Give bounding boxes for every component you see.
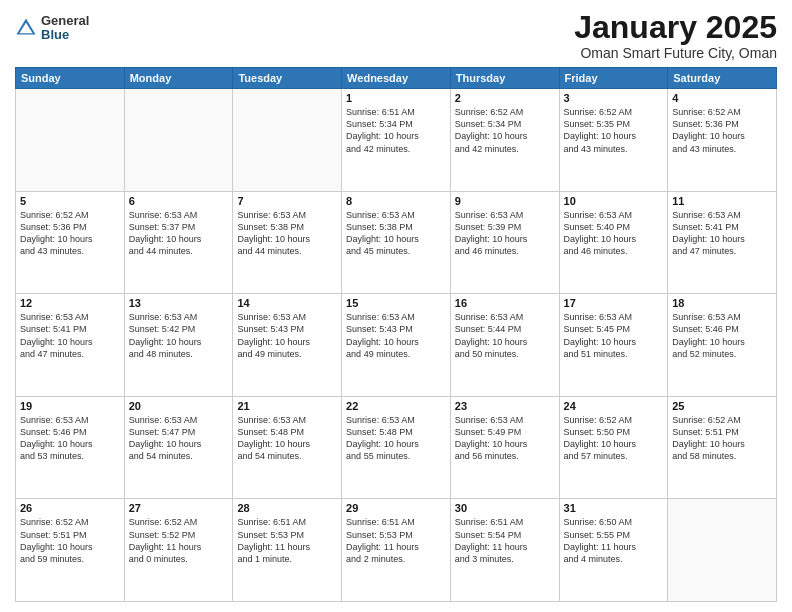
day-info: Sunrise: 6:53 AMSunset: 5:44 PMDaylight:… — [455, 311, 555, 360]
day-info: Sunrise: 6:51 AMSunset: 5:34 PMDaylight:… — [346, 106, 446, 155]
day-number: 3 — [564, 92, 664, 104]
day-number: 20 — [129, 400, 229, 412]
calendar-week-row: 1Sunrise: 6:51 AMSunset: 5:34 PMDaylight… — [16, 89, 777, 192]
calendar-cell: 4Sunrise: 6:52 AMSunset: 5:36 PMDaylight… — [668, 89, 777, 192]
calendar-title: January 2025 — [574, 10, 777, 45]
day-number: 12 — [20, 297, 120, 309]
day-info: Sunrise: 6:51 AMSunset: 5:54 PMDaylight:… — [455, 516, 555, 565]
day-info: Sunrise: 6:53 AMSunset: 5:40 PMDaylight:… — [564, 209, 664, 258]
day-info: Sunrise: 6:53 AMSunset: 5:41 PMDaylight:… — [20, 311, 120, 360]
day-info: Sunrise: 6:52 AMSunset: 5:35 PMDaylight:… — [564, 106, 664, 155]
day-number: 29 — [346, 502, 446, 514]
calendar-cell: 10Sunrise: 6:53 AMSunset: 5:40 PMDayligh… — [559, 191, 668, 294]
day-number: 9 — [455, 195, 555, 207]
calendar-cell: 21Sunrise: 6:53 AMSunset: 5:48 PMDayligh… — [233, 396, 342, 499]
calendar-cell: 26Sunrise: 6:52 AMSunset: 5:51 PMDayligh… — [16, 499, 125, 602]
title-block: January 2025 Oman Smart Future City, Oma… — [574, 10, 777, 61]
day-number: 24 — [564, 400, 664, 412]
calendar-cell: 9Sunrise: 6:53 AMSunset: 5:39 PMDaylight… — [450, 191, 559, 294]
weekday-header: Saturday — [668, 68, 777, 89]
calendar-cell: 6Sunrise: 6:53 AMSunset: 5:37 PMDaylight… — [124, 191, 233, 294]
calendar-cell: 15Sunrise: 6:53 AMSunset: 5:43 PMDayligh… — [342, 294, 451, 397]
day-info: Sunrise: 6:53 AMSunset: 5:48 PMDaylight:… — [237, 414, 337, 463]
day-number: 5 — [20, 195, 120, 207]
day-info: Sunrise: 6:53 AMSunset: 5:37 PMDaylight:… — [129, 209, 229, 258]
day-info: Sunrise: 6:52 AMSunset: 5:36 PMDaylight:… — [20, 209, 120, 258]
weekday-header: Tuesday — [233, 68, 342, 89]
day-number: 10 — [564, 195, 664, 207]
calendar-cell: 12Sunrise: 6:53 AMSunset: 5:41 PMDayligh… — [16, 294, 125, 397]
day-number: 11 — [672, 195, 772, 207]
calendar-cell: 13Sunrise: 6:53 AMSunset: 5:42 PMDayligh… — [124, 294, 233, 397]
day-number: 4 — [672, 92, 772, 104]
day-info: Sunrise: 6:53 AMSunset: 5:38 PMDaylight:… — [346, 209, 446, 258]
day-info: Sunrise: 6:51 AMSunset: 5:53 PMDaylight:… — [346, 516, 446, 565]
calendar-cell: 31Sunrise: 6:50 AMSunset: 5:55 PMDayligh… — [559, 499, 668, 602]
calendar-week-row: 19Sunrise: 6:53 AMSunset: 5:46 PMDayligh… — [16, 396, 777, 499]
day-number: 31 — [564, 502, 664, 514]
day-number: 19 — [20, 400, 120, 412]
day-info: Sunrise: 6:53 AMSunset: 5:49 PMDaylight:… — [455, 414, 555, 463]
day-info: Sunrise: 6:53 AMSunset: 5:47 PMDaylight:… — [129, 414, 229, 463]
calendar-cell: 16Sunrise: 6:53 AMSunset: 5:44 PMDayligh… — [450, 294, 559, 397]
calendar-week-row: 12Sunrise: 6:53 AMSunset: 5:41 PMDayligh… — [16, 294, 777, 397]
header-row: SundayMondayTuesdayWednesdayThursdayFrid… — [16, 68, 777, 89]
day-info: Sunrise: 6:51 AMSunset: 5:53 PMDaylight:… — [237, 516, 337, 565]
day-info: Sunrise: 6:52 AMSunset: 5:50 PMDaylight:… — [564, 414, 664, 463]
calendar-cell: 24Sunrise: 6:52 AMSunset: 5:50 PMDayligh… — [559, 396, 668, 499]
calendar-week-row: 26Sunrise: 6:52 AMSunset: 5:51 PMDayligh… — [16, 499, 777, 602]
calendar-cell: 2Sunrise: 6:52 AMSunset: 5:34 PMDaylight… — [450, 89, 559, 192]
day-number: 28 — [237, 502, 337, 514]
day-info: Sunrise: 6:52 AMSunset: 5:36 PMDaylight:… — [672, 106, 772, 155]
calendar-cell — [668, 499, 777, 602]
calendar-cell: 7Sunrise: 6:53 AMSunset: 5:38 PMDaylight… — [233, 191, 342, 294]
logo: General Blue — [15, 14, 89, 43]
day-number: 25 — [672, 400, 772, 412]
day-info: Sunrise: 6:53 AMSunset: 5:42 PMDaylight:… — [129, 311, 229, 360]
day-number: 26 — [20, 502, 120, 514]
calendar-cell — [124, 89, 233, 192]
day-info: Sunrise: 6:53 AMSunset: 5:38 PMDaylight:… — [237, 209, 337, 258]
logo-general: General — [41, 14, 89, 28]
calendar-cell: 14Sunrise: 6:53 AMSunset: 5:43 PMDayligh… — [233, 294, 342, 397]
day-info: Sunrise: 6:53 AMSunset: 5:46 PMDaylight:… — [20, 414, 120, 463]
logo-icon — [15, 17, 37, 39]
calendar-header: SundayMondayTuesdayWednesdayThursdayFrid… — [16, 68, 777, 89]
calendar-subtitle: Oman Smart Future City, Oman — [574, 45, 777, 61]
weekday-header: Thursday — [450, 68, 559, 89]
calendar-week-row: 5Sunrise: 6:52 AMSunset: 5:36 PMDaylight… — [16, 191, 777, 294]
day-info: Sunrise: 6:52 AMSunset: 5:34 PMDaylight:… — [455, 106, 555, 155]
weekday-header: Monday — [124, 68, 233, 89]
day-info: Sunrise: 6:52 AMSunset: 5:52 PMDaylight:… — [129, 516, 229, 565]
calendar-cell — [16, 89, 125, 192]
day-number: 6 — [129, 195, 229, 207]
calendar-cell: 25Sunrise: 6:52 AMSunset: 5:51 PMDayligh… — [668, 396, 777, 499]
day-number: 7 — [237, 195, 337, 207]
day-info: Sunrise: 6:53 AMSunset: 5:43 PMDaylight:… — [237, 311, 337, 360]
day-number: 8 — [346, 195, 446, 207]
day-info: Sunrise: 6:52 AMSunset: 5:51 PMDaylight:… — [672, 414, 772, 463]
calendar-body: 1Sunrise: 6:51 AMSunset: 5:34 PMDaylight… — [16, 89, 777, 602]
calendar-cell: 30Sunrise: 6:51 AMSunset: 5:54 PMDayligh… — [450, 499, 559, 602]
day-info: Sunrise: 6:52 AMSunset: 5:51 PMDaylight:… — [20, 516, 120, 565]
day-number: 17 — [564, 297, 664, 309]
day-number: 21 — [237, 400, 337, 412]
calendar-cell: 18Sunrise: 6:53 AMSunset: 5:46 PMDayligh… — [668, 294, 777, 397]
day-info: Sunrise: 6:53 AMSunset: 5:48 PMDaylight:… — [346, 414, 446, 463]
day-number: 15 — [346, 297, 446, 309]
calendar-cell: 27Sunrise: 6:52 AMSunset: 5:52 PMDayligh… — [124, 499, 233, 602]
day-number: 22 — [346, 400, 446, 412]
day-number: 23 — [455, 400, 555, 412]
day-number: 30 — [455, 502, 555, 514]
calendar-cell: 11Sunrise: 6:53 AMSunset: 5:41 PMDayligh… — [668, 191, 777, 294]
calendar-cell: 8Sunrise: 6:53 AMSunset: 5:38 PMDaylight… — [342, 191, 451, 294]
calendar-cell: 1Sunrise: 6:51 AMSunset: 5:34 PMDaylight… — [342, 89, 451, 192]
calendar-cell: 19Sunrise: 6:53 AMSunset: 5:46 PMDayligh… — [16, 396, 125, 499]
logo-blue: Blue — [41, 28, 89, 42]
day-info: Sunrise: 6:53 AMSunset: 5:46 PMDaylight:… — [672, 311, 772, 360]
day-number: 13 — [129, 297, 229, 309]
day-number: 27 — [129, 502, 229, 514]
day-number: 16 — [455, 297, 555, 309]
day-info: Sunrise: 6:53 AMSunset: 5:45 PMDaylight:… — [564, 311, 664, 360]
weekday-header: Wednesday — [342, 68, 451, 89]
